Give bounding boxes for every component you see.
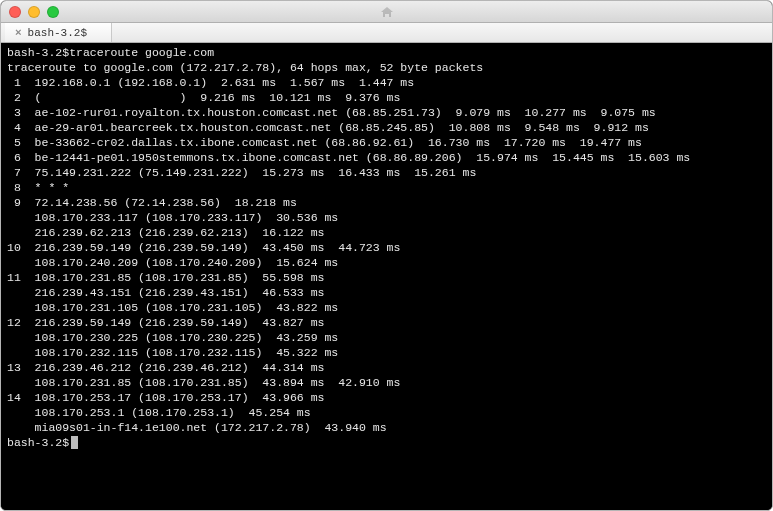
traffic-lights: [9, 6, 59, 18]
prompt-line: bash-3.2$ traceroute google.com: [7, 45, 766, 60]
terminal-window: × bash-3.2$ bash-3.2$ traceroute google.…: [0, 0, 773, 511]
prompt-text: bash-3.2$: [7, 45, 69, 60]
final-prompt-line: bash-3.2$: [7, 435, 766, 450]
final-prompt-text: bash-3.2$: [7, 435, 69, 450]
titlebar[interactable]: [1, 1, 772, 23]
zoom-icon[interactable]: [47, 6, 59, 18]
title-center: [1, 1, 772, 22]
terminal-body[interactable]: bash-3.2$ traceroute google.comtracerout…: [1, 43, 772, 510]
tabbar: × bash-3.2$: [1, 23, 772, 43]
tab-label: bash-3.2$: [28, 27, 87, 39]
cursor: [71, 436, 78, 449]
minimize-icon[interactable]: [28, 6, 40, 18]
command-text: traceroute google.com: [69, 45, 214, 60]
tab-close-icon[interactable]: ×: [15, 27, 22, 39]
trace-output: 1 192.168.0.1 (192.168.0.1) 2.631 ms 1.5…: [7, 76, 690, 434]
trace-header: traceroute to google.com (172.217.2.78),…: [7, 61, 483, 74]
tab-bash[interactable]: × bash-3.2$: [5, 23, 112, 42]
close-icon[interactable]: [9, 6, 21, 18]
home-icon: [380, 6, 394, 18]
